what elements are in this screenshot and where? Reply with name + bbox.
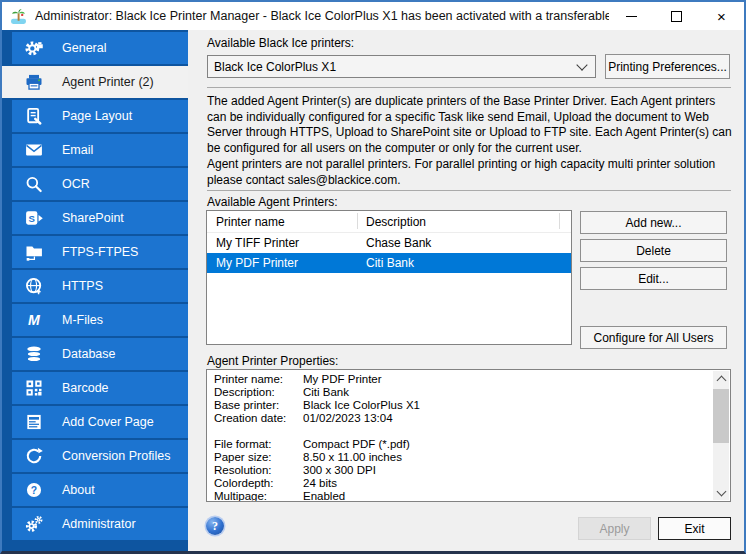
window-title: Administrator: Black Ice Printer Manager… <box>35 9 609 23</box>
sidebar-item-label: OCR <box>62 177 90 191</box>
configure-all-users-button[interactable]: Configure for All Users <box>580 326 727 349</box>
column-header-description[interactable]: Description <box>357 215 559 229</box>
table-row[interactable]: My TIFF Printer Chase Bank <box>207 233 571 253</box>
page-layout-icon <box>23 105 45 127</box>
agent-printer-properties-label: Agent Printer Properties: <box>207 354 338 368</box>
property-value: Citi Bank <box>303 386 349 398</box>
minimize-button[interactable] <box>609 2 654 30</box>
sidebar-item-administrator[interactable]: Administrator <box>12 508 188 540</box>
available-printers-label: Available Black Ice printers: <box>207 36 354 50</box>
table-header: Printer name Description <box>207 211 571 233</box>
sidebar-item-https[interactable]: HTTPS <box>12 270 188 302</box>
svg-text:S: S <box>29 213 36 224</box>
property-key: Printer name: <box>214 373 303 386</box>
qr-code-icon <box>23 377 45 399</box>
sidebar-item-label: General <box>62 41 106 55</box>
globe-icon <box>23 275 45 297</box>
property-key: Description: <box>214 386 303 399</box>
minimize-icon <box>626 16 637 17</box>
property-value: 24 bits <box>303 477 337 489</box>
column-divider[interactable] <box>357 213 358 229</box>
printer-select[interactable]: Black Ice ColorPlus X1 <box>207 55 596 78</box>
property-value: 01/02/2023 13:04 <box>303 412 393 424</box>
divider <box>207 87 731 88</box>
maximize-button[interactable] <box>654 2 699 30</box>
sidebar-item-about[interactable]: ? About <box>12 474 188 506</box>
sidebar-item-label: Conversion Profiles <box>62 449 170 463</box>
sidebar-item-conversion-profiles[interactable]: Conversion Profiles <box>12 440 188 472</box>
agent-printer-properties-panel: Printer name:My PDF Printer Description:… <box>206 369 731 502</box>
agent-printer-description: The added Agent Printer(s) are duplicate… <box>207 94 732 156</box>
ocr-magnifier-icon <box>23 173 45 195</box>
column-divider[interactable] <box>559 213 560 229</box>
sidebar-item-agent-printer[interactable]: Agent Printer (2) <box>2 66 188 98</box>
sidebar-item-page-layout[interactable]: Page Layout <box>12 100 188 132</box>
divider <box>207 190 731 191</box>
title-bar: Administrator: Black Ice Printer Manager… <box>2 2 744 30</box>
property-value: My PDF Printer <box>303 373 382 385</box>
sidebar-item-label: Add Cover Page <box>62 415 154 429</box>
sidebar-item-mfiles[interactable]: M M-Files <box>12 304 188 336</box>
properties-scrollbar[interactable] <box>713 371 729 500</box>
scroll-down-icon[interactable] <box>713 485 729 500</box>
help-button[interactable]: ? <box>206 517 224 535</box>
app-icon <box>10 8 27 25</box>
sharepoint-icon: S <box>23 207 45 229</box>
cell-description: Citi Bank <box>357 256 559 270</box>
edit-button[interactable]: Edit... <box>580 267 727 290</box>
property-value: Compact PDF (*.pdf) <box>303 438 410 450</box>
sidebar-item-sharepoint[interactable]: S SharePoint <box>12 202 188 234</box>
table-row-selected[interactable]: My PDF Printer Citi Bank <box>207 253 571 273</box>
property-key: File format: <box>214 438 303 451</box>
help-icon: ? <box>212 519 218 534</box>
chevron-down-icon <box>576 59 587 70</box>
property-value: 300 x 300 DPI <box>303 464 376 476</box>
sidebar-item-email[interactable]: Email <box>12 134 188 166</box>
sidebar-item-general[interactable]: General <box>12 32 188 64</box>
sidebar-item-label: Email <box>62 143 93 157</box>
mfiles-icon: M <box>23 309 45 331</box>
close-icon: × <box>717 9 726 24</box>
sidebar-nav: General Agent Printer (2) Page Layout <box>2 30 188 551</box>
database-icon <box>23 343 45 365</box>
sidebar-item-label: Barcode <box>62 381 109 395</box>
sidebar-item-ocr[interactable]: OCR <box>12 168 188 200</box>
property-key: Multipage: <box>214 490 303 502</box>
properties-text: Printer name:My PDF Printer Description:… <box>214 373 710 502</box>
sidebar-item-label: SharePoint <box>62 211 124 225</box>
sidebar-item-ftps[interactable]: FTPS-FTPES <box>12 236 188 268</box>
agent-printers-table: Printer name Description My TIFF Printer… <box>206 210 572 345</box>
sidebar-item-label: About <box>62 483 95 497</box>
cell-printer-name: My TIFF Printer <box>207 236 357 250</box>
scroll-up-icon[interactable] <box>713 371 729 386</box>
exit-button[interactable]: Exit <box>658 517 731 540</box>
cell-description: Chase Bank <box>357 236 559 250</box>
svg-text:?: ? <box>31 485 37 496</box>
available-agent-printers-label: Available Agent Printers: <box>207 195 338 209</box>
add-new-button[interactable]: Add new... <box>580 211 727 234</box>
scrollbar-thumb[interactable] <box>713 389 729 443</box>
gear-printer-icon <box>23 37 45 59</box>
sidebar-item-add-cover-page[interactable]: Add Cover Page <box>12 406 188 438</box>
property-key: Paper size: <box>214 451 303 464</box>
cover-page-icon <box>23 411 45 433</box>
close-button[interactable]: × <box>699 2 744 30</box>
question-circle-icon: ? <box>23 479 45 501</box>
gears-icon <box>23 513 45 535</box>
printer-icon <box>23 71 45 93</box>
svg-text:M: M <box>28 312 41 328</box>
sidebar-item-barcode[interactable]: Barcode <box>12 372 188 404</box>
app-window: Administrator: Black Ice Printer Manager… <box>0 0 746 554</box>
property-key: Colordepth: <box>214 477 303 490</box>
apply-button[interactable]: Apply <box>578 517 651 540</box>
property-key: Creation date: <box>214 412 303 425</box>
column-header-printer-name[interactable]: Printer name <box>207 215 357 229</box>
property-value: Enabled <box>303 490 345 502</box>
sidebar-item-label: Page Layout <box>62 109 132 123</box>
maximize-icon <box>671 11 682 22</box>
sidebar-item-database[interactable]: Database <box>12 338 188 370</box>
property-key: Resolution: <box>214 464 303 477</box>
printing-preferences-button[interactable]: Printing Preferences... <box>605 54 730 79</box>
delete-button[interactable]: Delete <box>580 239 727 262</box>
sidebar-item-label: FTPS-FTPES <box>62 245 138 259</box>
